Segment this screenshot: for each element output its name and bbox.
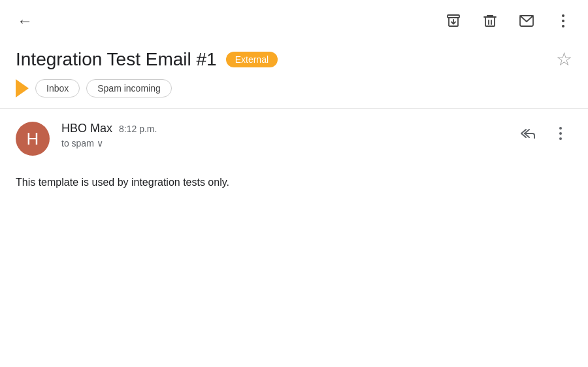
svg-point-7 [562,14,564,17]
archive-button[interactable] [442,9,465,33]
tags-row: Inbox Spam incoming [16,79,572,97]
priority-arrow-icon [16,79,29,97]
reply-all-button[interactable] [516,122,540,145]
delete-button[interactable] [478,9,502,33]
reply-all-icon [519,126,536,141]
email-body-text: This template is used by integration tes… [16,174,572,191]
email-header: Integration Test Email #1 External ☆ Inb… [0,42,588,109]
svg-point-12 [559,137,562,140]
external-badge: External [226,52,278,67]
archive-icon [446,13,461,29]
inbox-tag[interactable]: Inbox [35,79,80,97]
email-body: This template is used by integration tes… [16,174,572,191]
message-more-button[interactable] [549,122,572,145]
message-actions [516,122,572,145]
delete-icon [482,13,498,29]
sender-name-row: HBO Max 8:12 p.m. [61,122,504,135]
send-time: 8:12 p.m. [119,124,157,134]
back-button[interactable]: ← [13,9,37,33]
subject-row: Integration Test Email #1 External ☆ [16,48,572,70]
email-subject: Integration Test Email #1 [16,49,217,70]
mail-icon [519,13,534,29]
spam-incoming-tag[interactable]: Spam incoming [86,79,172,97]
star-button[interactable]: ☆ [556,48,572,70]
message-more-icon [559,126,563,141]
toolbar-left: ← [13,9,37,33]
svg-rect-3 [485,17,495,26]
mark-email-button[interactable] [515,9,538,33]
svg-point-10 [559,127,562,130]
email-message: H HBO Max 8:12 p.m. to spam ∨ [0,109,588,204]
recipient-label: to spam [61,138,94,149]
recipient-row[interactable]: to spam ∨ [61,138,504,149]
svg-point-11 [559,132,562,135]
more-options-button[interactable] [551,9,575,33]
svg-point-9 [562,25,564,27]
recipient-expand-icon: ∨ [97,138,103,149]
message-header: H HBO Max 8:12 p.m. to spam ∨ [16,122,572,156]
sender-avatar: H [16,122,50,156]
sender-info: HBO Max 8:12 p.m. to spam ∨ [61,122,504,149]
sender-name: HBO Max [61,122,112,135]
more-vertical-icon [561,13,565,29]
svg-point-8 [562,20,564,22]
toolbar-right [442,9,575,33]
toolbar: ← [0,0,588,42]
